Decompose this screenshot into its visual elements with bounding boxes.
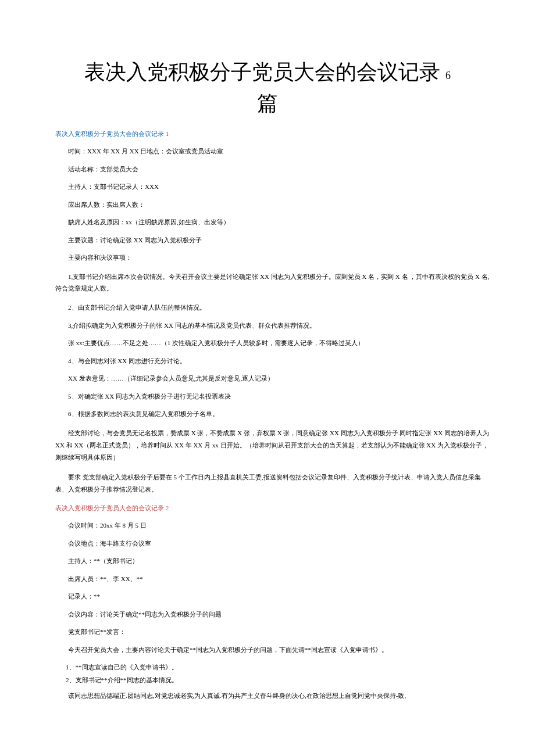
s1-item-6: 6、根据多数同志的表决意见确定入党积极分子名单。	[44, 409, 491, 419]
s2-attendees: 出席人员：**、李 XX、**	[44, 574, 491, 584]
s1-xx-opinion: XX 发表意见：……（详细记录参会人员意见,尤其是反对意见,逐人记录）	[44, 374, 491, 384]
s1-item-4: 4、与会同志对张 XX 同志进行充分讨论。	[44, 356, 491, 366]
s2-content: 会议内容：讨论关于确定**同志为入党积极分子的问题	[44, 610, 491, 619]
s1-attendance: 应出席人数：实出席人数：	[44, 200, 491, 210]
s1-item-3: 3,介绍拟确定为入党积极分子的张 XX 同志的基本情况及党员代表、群众代表推荐情…	[44, 321, 491, 331]
s1-item-5: 5、对确定张 XX 同志为入党积极分子进行无记名投票表决	[44, 392, 491, 402]
s1-requirements: 要求 党支部确定入党积极分子后要在 5 个工作日内上报县直机关工委,报送资料包括…	[44, 471, 491, 496]
document-title: 表决入党积极分子党员大会的会议记录 6	[44, 58, 491, 87]
s1-zhang-xx: 张 xx:主要优点……不足之处……（1 次性确定入党积极分子人员较多时，需要逐人…	[44, 338, 491, 348]
section-1-heading: 表决入党积极分子党员大会的会议记录 1	[55, 130, 491, 138]
s1-host-recorder: 主持人：支部书记记录人：XXX	[44, 182, 491, 192]
s1-item-1: 1,支部书记介绍出席本次会议情况。今天召开会议主要是讨论确定张 XX 同志为入党…	[44, 271, 491, 295]
s1-content-heading: 主要内容和决议事项：	[44, 253, 491, 263]
s2-secretary-speech: 党支部书记**发言：	[44, 627, 491, 637]
s1-main-topic: 主要议题：讨论确定张 XX 同志为入党积极分子	[44, 235, 491, 245]
s2-item-1: 1、**同志宣读自己的《入党申请书》。	[44, 662, 491, 673]
document-page: 表决入党积极分子党员大会的会议记录 6 篇 表决入党积极分子党员大会的会议记录 …	[0, 0, 535, 732]
s1-item-2: 2、由支部书记介绍入党申请人队伍的整体情况。	[44, 303, 491, 313]
s2-meeting-intro: 今天召开党员大会，主要内容讨论关于确定**同志为入党积极分子的问题，下面先请**…	[44, 645, 491, 655]
s1-resolution: 经支部讨论，与会党员无记名投票，赞成票 X 张，不赞成票 X 张，弃权票 X 张…	[44, 427, 491, 464]
title-suffix: 6	[445, 70, 451, 81]
s2-time: 会议时间：20xx 年 8 月 5 日	[44, 521, 491, 531]
title-sub: 篇	[44, 89, 491, 118]
s2-item-2: 2、支部书记**介绍**同志的基本情况。	[44, 675, 491, 686]
s1-absentees: 缺席人姓名及原因：xx（注明缺席原因,如生病、出发等）	[44, 217, 491, 227]
s1-activity-name: 活动名称：支部党员大会	[44, 164, 491, 174]
section-2-heading: 表决入党积极分子党员大会的会议记录 2	[55, 504, 491, 513]
s2-recorder: 记录人：**	[44, 592, 491, 601]
s2-place: 会议地点：海丰路支行会议室	[44, 539, 491, 549]
s2-character: 该同志思想品德端正.团结同志,对党忠诚老实,为人真诚.有为共产主义奋斗终身的决心…	[44, 691, 491, 701]
title-text: 表决入党积极分子党员大会的会议记录	[84, 60, 440, 84]
s1-time-place: 时间：XXX 年 XX 月 XX 日地点：会议室或党员活动室	[44, 146, 491, 156]
s2-host: 主持人：**（支部书记）	[44, 556, 491, 566]
